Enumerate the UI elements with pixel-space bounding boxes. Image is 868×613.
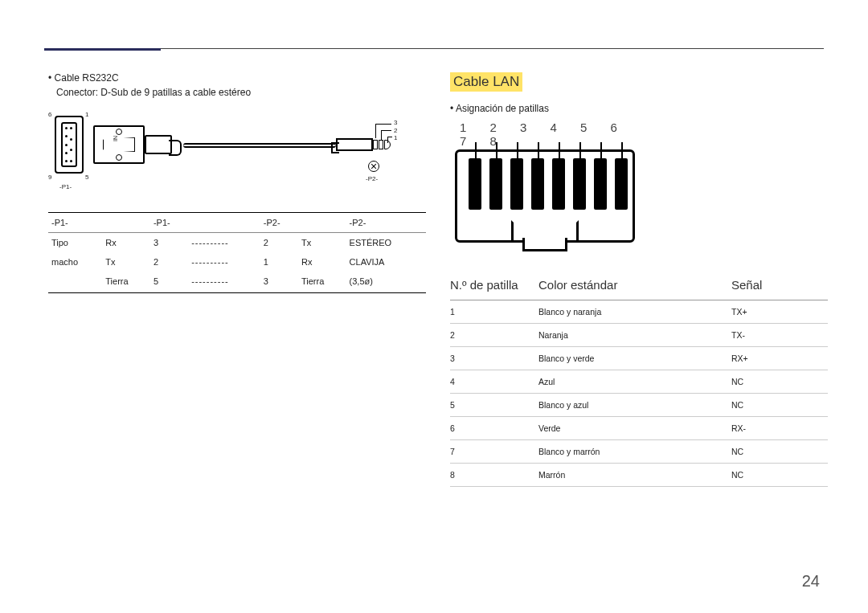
jack-num-2: 2 — [394, 127, 397, 134]
lan-row: 5Blanco y azulNC — [450, 394, 828, 417]
rs-r2-2: ---------- — [188, 252, 260, 272]
rs-r1-0: Rx — [102, 233, 150, 253]
lead-3v — [375, 124, 376, 138]
rs232-bullet: Cable RS232C — [48, 72, 426, 84]
lan-bullet: Asignación de patillas — [450, 103, 828, 114]
stereo-jack-body-icon — [336, 138, 373, 151]
rs-r2-3: 1 — [260, 252, 298, 272]
jack-num-1: 1 — [394, 134, 397, 141]
lan-cell: Blanco y verde — [538, 347, 731, 370]
lan-cell: NC — [731, 464, 828, 487]
rs-r3-3: 3 — [260, 272, 298, 293]
fig-label-p1: -P1- — [59, 183, 72, 190]
rs-h0: -P1- — [48, 213, 102, 233]
cable-line-icon — [183, 143, 336, 148]
rs232-connector-desc: Conector: D-Sub de 9 patillas a cable es… — [56, 87, 426, 98]
rs232-table: -P1- -P1- -P2- -P2- Tipo Rx 3 ----------… — [48, 212, 426, 293]
lan-row: 6VerdeRX- — [450, 417, 828, 440]
rs-h1: -P1- — [150, 213, 188, 233]
lan-cell: TX- — [731, 324, 828, 347]
lead-1v — [387, 137, 388, 143]
lan-cell: 7 — [450, 440, 538, 464]
rs-r2-1: 2 — [150, 252, 188, 272]
rs-h4: -P2- — [260, 213, 298, 233]
lan-cell: NC — [731, 440, 828, 464]
rs-r2-0: Tx — [102, 252, 150, 272]
left-column: Cable RS232C Conector: D-Sub de 9 patill… — [48, 72, 426, 293]
rs-rowlabel-2: macho — [48, 252, 102, 272]
lan-row: 8MarrónNC — [450, 464, 828, 487]
lan-cell: 4 — [450, 370, 538, 394]
fig-label-9: 9 — [48, 174, 51, 181]
fig-label-6: 6 — [48, 111, 51, 118]
rs-r1-5: ESTÉREO — [346, 233, 426, 253]
rj45-pin-numbers: 1 2 3 4 5 6 7 8 — [460, 121, 643, 148]
rs-r1-4: Tx — [298, 233, 346, 253]
fig-label-p2: -P2- — [366, 175, 378, 182]
rs232-cable-figure: 6 1 9 5 -P1- IN 3 2 1 -P2- — [48, 108, 402, 204]
right-column: Cable LAN Asignación de patillas 1 2 3 4… — [450, 72, 828, 487]
lan-cell: TX+ — [731, 300, 828, 324]
rs-r1-2: ---------- — [188, 233, 260, 253]
fig-label-5: 5 — [85, 174, 88, 181]
rs-h6: -P2- — [346, 213, 426, 233]
lan-cell: 6 — [450, 417, 538, 440]
in-label: IN — [113, 136, 118, 141]
lan-cell: Blanco y naranja — [538, 300, 731, 324]
rs-r3-4: Tierra — [298, 272, 346, 293]
lan-cell: Blanco y azul — [538, 394, 731, 417]
lan-row: 4AzulNC — [450, 370, 828, 394]
rs-rowlabel-1: Tipo — [48, 233, 102, 253]
lan-cell: 2 — [450, 324, 538, 347]
lan-row: 2NaranjaTX- — [450, 324, 828, 347]
rs-r3-5: (3,5ø) — [346, 272, 426, 293]
rj45-figure: 1 2 3 4 5 6 7 8 — [450, 121, 643, 257]
lan-cell: Marrón — [538, 464, 731, 487]
rs-r2-4: Rx — [298, 252, 346, 272]
lan-cell: NC — [731, 370, 828, 394]
lead-2 — [381, 130, 391, 131]
rs-r2-5: CLAVIJA — [346, 252, 426, 272]
rs-r1-1: 3 — [150, 233, 188, 253]
dsub-connector-icon — [55, 116, 84, 174]
rs-r1-3: 2 — [260, 233, 298, 253]
lan-row: 1Blanco y naranjaTX+ — [450, 300, 828, 324]
jack-num-3: 3 — [394, 119, 397, 126]
top-accent-bar — [44, 48, 161, 51]
lan-cell: 5 — [450, 394, 538, 417]
lan-cell: Blanco y marrón — [538, 440, 731, 464]
lan-pinout-table: N.º de patilla Color estándar Señal 1Bla… — [450, 272, 828, 487]
lan-row: 3Blanco y verdeRX+ — [450, 347, 828, 370]
cable-strain-icon — [145, 135, 172, 154]
fig-label-1: 1 — [85, 111, 88, 118]
lan-cell: NC — [731, 394, 828, 417]
page-number: 24 — [802, 572, 820, 591]
lan-h3: Señal — [731, 272, 828, 300]
lan-cell: Naranja — [538, 324, 731, 347]
jack-ring-icon — [368, 161, 379, 172]
lan-cell: Azul — [538, 370, 731, 394]
lead-3 — [375, 124, 391, 125]
rs-r3-1: 5 — [150, 272, 188, 293]
lan-h1: N.º de patilla — [450, 272, 538, 300]
lan-cell: RX+ — [731, 347, 828, 370]
top-rule — [44, 48, 824, 49]
lan-cell: 8 — [450, 464, 538, 487]
rs-r3-2: ---------- — [188, 272, 260, 293]
lead-2v — [381, 130, 382, 140]
cable-lan-title: Cable LAN — [450, 72, 522, 92]
rj45-connector-icon — [455, 149, 635, 243]
lan-cell: 3 — [450, 347, 538, 370]
lan-row: 7Blanco y marrónNC — [450, 440, 828, 464]
lan-h2: Color estándar — [538, 272, 731, 300]
dsub-body-icon: IN — [93, 125, 145, 164]
lan-cell: RX- — [731, 417, 828, 440]
lan-cell: 1 — [450, 300, 538, 324]
lan-cell: Verde — [538, 417, 731, 440]
rs-r3-0: Tierra — [102, 272, 150, 293]
